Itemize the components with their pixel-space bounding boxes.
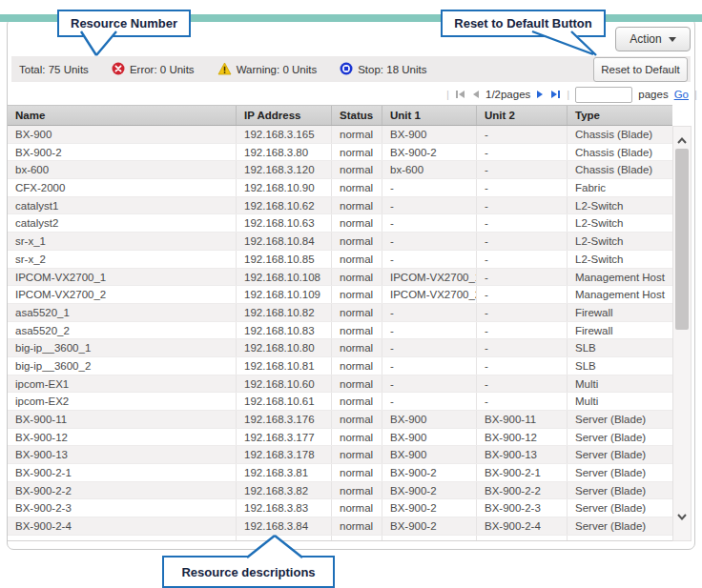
table-cell: bx-600 bbox=[8, 161, 237, 178]
table-row[interactable]: BX-900-11192.168.3.176normalBX-900BX-900… bbox=[8, 411, 672, 429]
table-cell: - bbox=[477, 286, 568, 303]
table-cell: 192.168.3.120 bbox=[237, 161, 332, 178]
table-row[interactable]: BX-900-13192.168.3.178normalBX-900BX-900… bbox=[8, 446, 672, 464]
table-row[interactable]: BX-900-12192.168.3.177normalBX-900BX-900… bbox=[8, 429, 672, 447]
table-row[interactable]: CFX-2000192.168.10.90normal--Fabric bbox=[8, 179, 672, 197]
table-cell: Firewall bbox=[568, 304, 672, 321]
table-cell: normal bbox=[332, 179, 382, 196]
table-cell: 192.168.10.80 bbox=[237, 339, 332, 356]
next-page-icon[interactable] bbox=[536, 90, 545, 99]
table-cell: L2-Switch bbox=[568, 251, 672, 268]
table-cell: - bbox=[477, 375, 568, 393]
table-row[interactable]: asa5520_2192.168.10.83normal--Firewall bbox=[8, 322, 672, 340]
table-cell: 192.168.10.109 bbox=[237, 286, 332, 303]
previous-page-icon[interactable] bbox=[471, 90, 480, 99]
table-cell: L2-Switch bbox=[568, 214, 672, 232]
table-row[interactable]: IPCOM-VX2700_1192.168.10.108normalIPCOM-… bbox=[8, 269, 672, 287]
table-cell: normal bbox=[332, 464, 382, 481]
table-cell: 192.168.10.82 bbox=[237, 304, 332, 321]
table-row[interactable]: big-ip__3600_1192.168.10.80normal--SLB bbox=[8, 339, 672, 357]
column-header-type[interactable]: Type bbox=[568, 106, 672, 125]
table-cell: Chassis (Blade) bbox=[568, 126, 672, 143]
screenshot-root: { "callouts": { "resource_number": "Reso… bbox=[0, 0, 702, 588]
error-label: Error: 0 Units bbox=[130, 64, 195, 75]
column-header-unit-2[interactable]: Unit 2 bbox=[477, 106, 568, 125]
table-cell: normal bbox=[332, 286, 382, 303]
table-cell: BX-900 bbox=[382, 446, 477, 463]
table-cell: asa5520_2 bbox=[8, 322, 237, 339]
table-row[interactable]: catalyst1192.168.10.62normal--L2-Switch bbox=[8, 197, 672, 215]
table-row[interactable]: ipcom-EX1192.168.10.60normal--Multi bbox=[8, 375, 672, 394]
table-cell: normal bbox=[332, 482, 382, 499]
table-cell: normal bbox=[332, 197, 382, 214]
table-row[interactable]: BX-900-2-3192.168.3.83normalBX-900-2BX-9… bbox=[8, 499, 672, 517]
table-row[interactable]: bx-600192.168.3.120normalbx-600-Chassis … bbox=[8, 161, 672, 179]
table-cell: sr-x_1 bbox=[8, 233, 237, 250]
table-cell: - bbox=[382, 322, 477, 339]
column-header-name[interactable]: Name bbox=[8, 106, 237, 125]
table-cell: - bbox=[382, 339, 477, 356]
table-cell: normal bbox=[332, 144, 382, 161]
table-cell: normal bbox=[332, 375, 382, 393]
table-row[interactable]: BX-900-2-5192.168.3.85normalBX-900-2BX-9… bbox=[8, 536, 672, 541]
table-row[interactable]: BX-900-2-2192.168.3.82normalBX-900-2BX-9… bbox=[8, 482, 672, 500]
table-cell: 192.168.3.81 bbox=[237, 464, 332, 481]
action-button-label: Action bbox=[630, 32, 661, 46]
table-row[interactable]: asa5520_1192.168.10.82normal--Firewall bbox=[8, 304, 672, 322]
table-cell: BX-900-2 bbox=[382, 144, 477, 161]
table-cell: Chassis (Blade) bbox=[568, 161, 672, 178]
table-cell: 192.168.10.85 bbox=[237, 251, 332, 268]
separator: | bbox=[567, 89, 569, 100]
last-page-icon[interactable] bbox=[550, 90, 561, 99]
table-row[interactable]: catalyst2192.168.10.63normal--L2-Switch bbox=[8, 214, 672, 233]
table-cell: - bbox=[477, 179, 568, 196]
table-row[interactable]: BX-900-2-1192.168.3.81normalBX-900-2BX-9… bbox=[8, 464, 672, 482]
table-cell: - bbox=[477, 251, 568, 268]
table-row[interactable]: sr-x_2192.168.10.85normal--L2-Switch bbox=[8, 251, 672, 269]
table-cell: Server (Blade) bbox=[568, 411, 672, 428]
table-cell: - bbox=[477, 393, 568, 410]
table-cell: BX-900-2-3 bbox=[477, 499, 568, 517]
table-row[interactable]: BX-900192.168.3.165normalBX-900-Chassis … bbox=[8, 126, 672, 144]
table-row[interactable]: ipcom-EX2192.168.10.61normal--Multi bbox=[8, 393, 672, 411]
table-cell: - bbox=[477, 339, 568, 356]
action-button[interactable]: Action bbox=[615, 27, 691, 51]
status-bar: Total: 75 Units Error: 0 Units Warning: … bbox=[11, 56, 691, 82]
table-cell: Server (Blade) bbox=[568, 536, 672, 541]
table-cell: normal bbox=[332, 126, 382, 143]
go-link[interactable]: Go bbox=[674, 89, 689, 100]
table-cell: Server (Blade) bbox=[568, 446, 672, 463]
table-cell: ipcom-EX2 bbox=[8, 393, 237, 410]
table-cell: sr-x_2 bbox=[8, 251, 237, 268]
table-cell: BX-900-2 bbox=[382, 499, 477, 517]
table-row[interactable]: BX-900-2-4192.168.3.84normalBX-900-2BX-9… bbox=[8, 517, 672, 536]
table-cell: normal bbox=[332, 233, 382, 250]
column-header-ip-address[interactable]: IP Address bbox=[237, 106, 332, 125]
vertical-scrollbar[interactable] bbox=[672, 126, 692, 541]
column-header-status[interactable]: Status bbox=[332, 106, 382, 125]
table-cell: big-ip__3600_2 bbox=[8, 357, 237, 375]
table-row[interactable]: big-ip__3600_2192.168.10.81normal--SLB bbox=[8, 357, 672, 375]
table-cell: - bbox=[382, 304, 477, 321]
table-cell: Firewall bbox=[568, 322, 672, 339]
table-cell: normal bbox=[332, 304, 382, 321]
scrollbar-thumb[interactable] bbox=[675, 149, 689, 330]
table-cell: Server (Blade) bbox=[568, 517, 672, 535]
table-row[interactable]: sr-x_1192.168.10.84normal--L2-Switch bbox=[8, 233, 672, 251]
page-number-input[interactable] bbox=[575, 87, 632, 103]
table-cell: 192.168.3.165 bbox=[237, 126, 332, 143]
scroll-down-icon[interactable] bbox=[676, 508, 688, 525]
reset-to-default-button[interactable]: Reset to Default bbox=[593, 57, 688, 82]
table-cell: - bbox=[382, 214, 477, 232]
table-cell: BX-900-2-1 bbox=[477, 464, 568, 481]
table-cell: big-ip__3600_1 bbox=[8, 339, 237, 356]
column-header-unit-1[interactable]: Unit 1 bbox=[382, 106, 477, 125]
table-row[interactable]: IPCOM-VX2700_2192.168.10.109normalIPCOM-… bbox=[8, 286, 672, 304]
table-cell: Multi bbox=[568, 375, 672, 393]
table-cell: BX-900-2 bbox=[8, 144, 237, 161]
scroll-up-icon[interactable] bbox=[676, 132, 688, 149]
first-page-icon[interactable] bbox=[455, 90, 465, 99]
table-cell: IPCOM-VX2700_2 bbox=[8, 286, 237, 303]
table-cell: normal bbox=[332, 536, 382, 541]
table-row[interactable]: BX-900-2192.168.3.80normalBX-900-2-Chass… bbox=[8, 144, 672, 162]
